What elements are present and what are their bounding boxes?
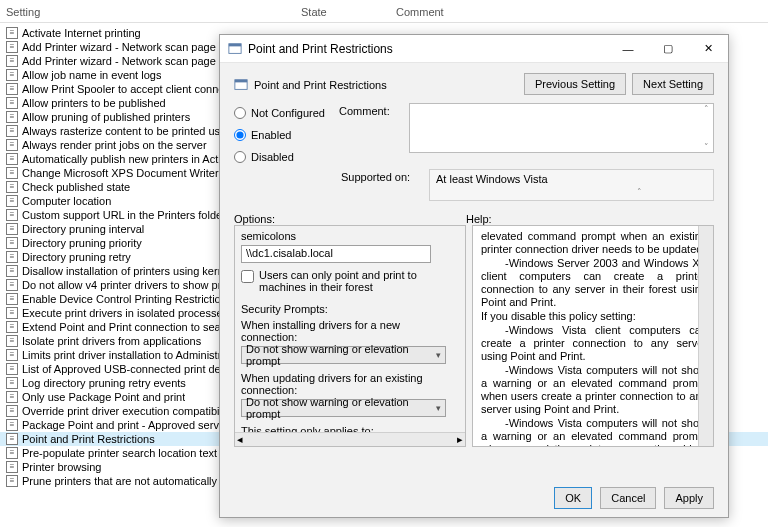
install-drivers-dropdown[interactable]: Do not show warning or elevation prompt … (241, 346, 446, 364)
policy-item-icon: ≡ (6, 125, 18, 137)
policy-item-icon: ≡ (6, 251, 18, 263)
window-maximize[interactable]: ▢ (648, 36, 688, 62)
grid-header: Setting State Comment (0, 0, 768, 23)
update-drivers-label: When updating drivers for an existing co… (241, 372, 459, 396)
comment-box[interactable]: ˄ ˅ (409, 103, 714, 153)
policy-item-icon: ≡ (6, 475, 18, 487)
supported-label: Supported on: (341, 169, 415, 201)
setting-label: Limits print driver installation to Admi… (22, 348, 246, 362)
policy-item-icon: ≡ (6, 195, 18, 207)
update-drivers-dropdown[interactable]: Do not show warning or elevation prompt … (241, 399, 446, 417)
titlebar[interactable]: Point and Print Restrictions — ▢ ✕ (220, 35, 728, 63)
policy-item-icon: ≡ (6, 293, 18, 305)
setting-label: Activate Internet printing (22, 26, 141, 40)
policy-item-icon: ≡ (6, 181, 18, 193)
radio-disabled[interactable]: Disabled (234, 151, 325, 163)
policy-item-icon: ≡ (6, 265, 18, 277)
col-setting[interactable]: Setting (6, 6, 301, 18)
setting-label: Log directory pruning retry events (22, 376, 186, 390)
policy-item-icon: ≡ (6, 461, 18, 473)
scroll-up-icon[interactable]: ˄ (572, 187, 708, 197)
setting-label: Computer location (22, 194, 111, 208)
setting-label: Package Point and print - Approved serve… (22, 418, 234, 432)
svg-rect-1 (229, 43, 241, 46)
setting-label: Execute print drivers in isolated proces… (22, 306, 228, 320)
setting-label: Directory pruning interval (22, 222, 144, 236)
policy-item-icon: ≡ (6, 153, 18, 165)
radio-not-configured-input[interactable] (234, 107, 246, 119)
help-line: -Windows Vista computers will not show a… (481, 417, 707, 447)
policy-item-icon: ≡ (6, 237, 18, 249)
previous-setting-button[interactable]: Previous Setting (524, 73, 626, 95)
setting-label: Directory pruning priority (22, 236, 142, 250)
policy-item-icon: ≡ (6, 69, 18, 81)
col-state[interactable]: State (301, 6, 396, 18)
install-drivers-label: When installing drivers for a new connec… (241, 319, 459, 343)
policy-item-icon: ≡ (6, 167, 18, 179)
forest-checkbox-input[interactable] (241, 270, 254, 283)
help-line: -Windows Vista computers will not show a… (481, 364, 707, 416)
scroll-down-icon[interactable]: ˅ (699, 142, 713, 152)
radio-enabled[interactable]: Enabled (234, 129, 325, 141)
chevron-down-icon: ▾ (436, 403, 441, 413)
policy-item-icon: ≡ (6, 55, 18, 67)
help-label: Help: (466, 213, 698, 225)
policy-item-icon: ≡ (6, 111, 18, 123)
setting-label: Pre-populate printer search location tex… (22, 446, 217, 460)
policy-item-icon: ≡ (6, 391, 18, 403)
radio-not-configured[interactable]: Not Configured (234, 107, 325, 119)
ok-button[interactable]: OK (554, 487, 592, 509)
policy-item-icon: ≡ (6, 377, 18, 389)
policy-item-icon: ≡ (6, 335, 18, 347)
policy-item-icon: ≡ (6, 27, 18, 39)
policy-item-icon: ≡ (6, 139, 18, 151)
options-pane: semicolons \\dc1.cisalab.local Users can… (234, 225, 466, 447)
setting-label: Point and Print Restrictions (22, 432, 155, 446)
setting-label: Allow printers to be published (22, 96, 166, 110)
help-line: -Windows Server 2003 and Windows XP clie… (481, 257, 707, 309)
window-close[interactable]: ✕ (688, 36, 728, 62)
forest-checkbox[interactable]: Users can only point and print to machin… (241, 269, 459, 293)
supported-on-box: At least Windows Vista ˄ (429, 169, 714, 201)
policy-item-icon: ≡ (6, 307, 18, 319)
horizontal-scrollbar[interactable]: ◂▸ (235, 432, 465, 446)
radio-disabled-input[interactable] (234, 151, 246, 163)
policy-item-icon: ≡ (6, 321, 18, 333)
policy-item-icon: ≡ (6, 349, 18, 361)
apply-button[interactable]: Apply (664, 487, 714, 509)
window-minimize[interactable]: — (608, 36, 648, 62)
help-line: If you disable this policy setting: (481, 310, 707, 323)
setting-label: Always render print jobs on the server (22, 138, 207, 152)
setting-label: Printer browsing (22, 460, 101, 474)
dialog-title: Point and Print Restrictions (248, 42, 608, 56)
policy-dialog: Point and Print Restrictions — ▢ ✕ Point… (219, 34, 729, 518)
policy-icon (228, 42, 242, 56)
policy-icon (234, 78, 248, 92)
fqdn-input[interactable]: \\dc1.cisalab.local (241, 245, 431, 263)
comment-label: Comment: (339, 103, 395, 163)
policy-item-icon: ≡ (6, 83, 18, 95)
options-topword: semicolons (241, 230, 459, 242)
chevron-down-icon: ▾ (436, 350, 441, 360)
setting-label: List of Approved USB-connected print dev… (22, 362, 246, 376)
svg-rect-3 (235, 80, 247, 83)
security-prompts-label: Security Prompts: (241, 303, 459, 315)
next-setting-button[interactable]: Next Setting (632, 73, 714, 95)
scroll-up-icon[interactable]: ˄ (699, 104, 713, 114)
policy-item-icon: ≡ (6, 363, 18, 375)
setting-label: Enable Device Control Printing Restricti… (22, 292, 232, 306)
help-pane[interactable]: elevated command prompt when an existing… (472, 225, 714, 447)
policy-item-icon: ≡ (6, 223, 18, 235)
options-label: Options: (234, 213, 466, 225)
setting-label: Check published state (22, 180, 130, 194)
setting-label: Isolate print drivers from applications (22, 334, 201, 348)
col-comment[interactable]: Comment (396, 6, 491, 18)
setting-label: Directory pruning retry (22, 250, 131, 264)
policy-item-icon: ≡ (6, 405, 18, 417)
setting-label: Only use Package Point and print (22, 390, 185, 404)
policy-item-icon: ≡ (6, 279, 18, 291)
help-line: elevated command prompt when an existing… (481, 230, 707, 256)
help-line: -Windows Vista client computers can crea… (481, 324, 707, 363)
radio-enabled-input[interactable] (234, 129, 246, 141)
cancel-button[interactable]: Cancel (600, 487, 656, 509)
